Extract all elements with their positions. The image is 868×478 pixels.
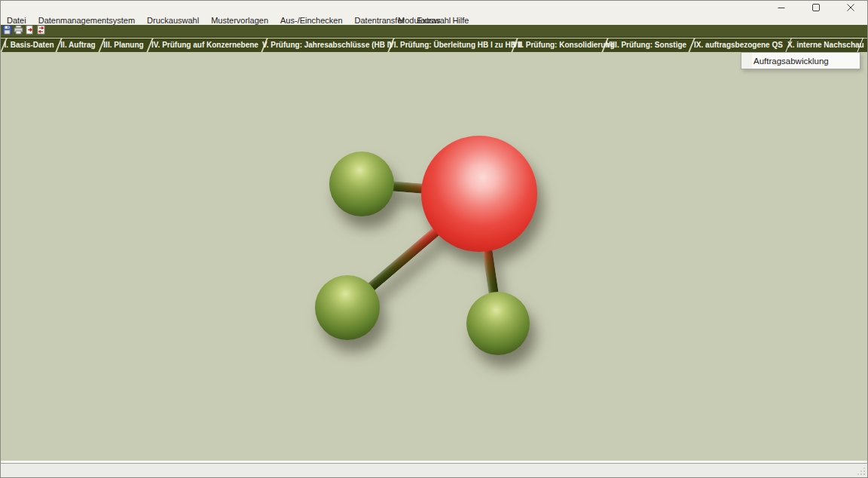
- tab-label: II. Auftrag: [60, 41, 95, 49]
- tab-pruefung-sonstige[interactable]: VIII. Prüfung: Sonstige: [603, 38, 689, 53]
- print-button[interactable]: [13, 26, 23, 36]
- menu-modulauswahl[interactable]: Modulauswahl: [393, 16, 455, 25]
- menu-druckauswahl[interactable]: Druckauswahl: [141, 16, 205, 25]
- content-area: [0, 53, 868, 461]
- menu-item-auftragsabwicklung[interactable]: Auftragsabwicklung: [741, 53, 860, 69]
- tab-pruefung-jahresabschluesse[interactable]: V. Prüfung: Jahresabschlüsse (HB I): [262, 38, 389, 53]
- tab-auftrag[interactable]: II. Auftrag: [57, 38, 99, 53]
- green-sphere-top-left: [329, 152, 394, 216]
- green-sphere-bottom-right: [466, 292, 530, 355]
- tab-pruefung-konzernebene[interactable]: IV. Prüfung auf Konzernebene: [148, 38, 262, 53]
- tab-label: V. Prüfung: Jahresabschlüsse (HB I): [262, 41, 392, 49]
- statusbar: [0, 464, 868, 478]
- close-icon: [847, 4, 854, 11]
- titlebar: [0, 0, 868, 15]
- check-out-button[interactable]: [24, 26, 35, 36]
- toolbar: [0, 25, 868, 37]
- data-transfer-icon: [36, 24, 46, 38]
- tab-label: IV. Prüfung auf Konzernebene: [151, 41, 258, 49]
- tab-label: IX. auftragsbezogene QS: [694, 41, 783, 49]
- tab-interne-nachschau[interactable]: X. interne Nachschau: [787, 38, 861, 53]
- check-out-icon: [25, 24, 35, 38]
- close-button[interactable]: [833, 0, 868, 15]
- menu-datei[interactable]: Datei: [1, 16, 32, 25]
- menu-datenmanagementsystem[interactable]: Datenmanagementsystem: [32, 16, 141, 25]
- application-window: Datei Datenmanagementsystem Druckauswahl…: [0, 0, 868, 478]
- red-sphere: [421, 136, 537, 252]
- tab-auftragsbezogene-qs[interactable]: IX. auftragsbezogene QS: [689, 38, 787, 53]
- green-sphere-bottom-left: [315, 275, 380, 340]
- save-icon: [2, 24, 12, 38]
- tab-label: VIII. Prüfung: Sonstige: [606, 41, 686, 49]
- tab-pruefung-ueberleitung[interactable]: VI. Prüfung: Überleitung HB I zu HB II: [389, 38, 512, 53]
- menubar: Datei Datenmanagementsystem Druckauswahl…: [0, 15, 868, 25]
- maximize-icon: [812, 4, 820, 11]
- minimize-button[interactable]: [764, 0, 799, 15]
- tab-label: VII. Prüfung: Konsolidierung: [512, 41, 615, 49]
- tab-label: III. Planung: [103, 41, 143, 49]
- tab-basis-daten[interactable]: I. Basis-Daten: [2, 38, 57, 53]
- tab-dropdown-menu: Auftragsabwicklung: [741, 52, 860, 69]
- minimize-icon: [778, 4, 785, 11]
- tab-label: VI. Prüfung: Überleitung HB I zu HB II: [389, 41, 522, 49]
- tab-pruefung-konsolidierung[interactable]: VII. Prüfung: Konsolidierung: [512, 38, 603, 53]
- menu-mustervorlagen[interactable]: Mustervorlagen: [205, 16, 274, 25]
- tab-label: X. interne Nachschau: [787, 41, 864, 49]
- tab-planung[interactable]: III. Planung: [99, 38, 148, 53]
- resize-grip-icon[interactable]: [856, 466, 865, 475]
- maximize-button[interactable]: [799, 0, 833, 15]
- data-transfer-button[interactable]: [35, 26, 46, 36]
- tab-label: I. Basis-Daten: [4, 41, 53, 49]
- menu-aus-einchecken[interactable]: Aus-/Einchecken: [274, 16, 349, 25]
- print-icon: [14, 24, 23, 38]
- save-button[interactable]: [2, 26, 12, 36]
- molecule-logo: [0, 53, 868, 461]
- module-tabbar: I. Basis-Daten II. Auftrag III. Planung …: [0, 37, 868, 53]
